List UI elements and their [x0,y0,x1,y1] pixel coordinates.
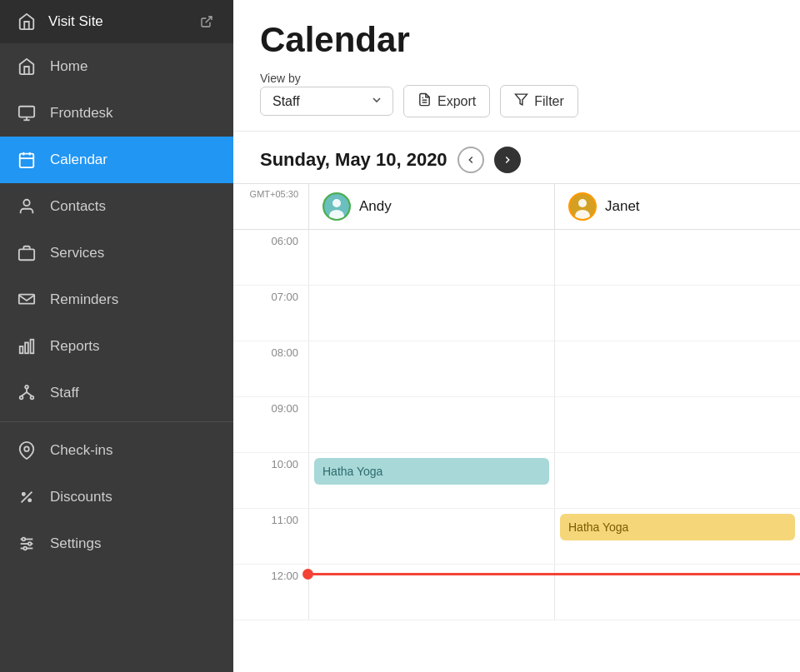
sidebar-item-reports[interactable]: Reports [0,323,233,370]
svg-point-29 [28,542,32,545]
briefcase-icon [17,243,37,263]
sidebar-item-checkins[interactable]: Check-ins [0,427,233,474]
sidebar-item-discounts[interactable]: Discounts [0,474,233,520]
event-hatha-yoga-janet[interactable]: Hatha Yoga [560,514,795,540]
avatar-janet [568,192,597,221]
grid-cell-andy-0700[interactable] [308,286,554,341]
grid-cell-janet-1000[interactable] [554,453,800,508]
sidebar-item-label: Check-ins [50,442,113,459]
grid-cell-andy-1100[interactable] [308,509,554,564]
timezone-label: GMT+05:30 [233,184,308,229]
staff-header: GMT+05:30 Andy [233,183,800,230]
sidebar-item-label: Reports [50,338,100,355]
svg-rect-10 [20,346,23,353]
sidebar-item-label: Services [50,245,104,261]
grid-cell-janet-0800[interactable] [554,341,800,396]
home-icon [17,57,37,77]
svg-point-13 [25,386,28,389]
calendar-icon [17,150,37,170]
staff-select-wrapper: Staff [260,87,393,116]
date-nav: Sunday, May 10, 2020 [233,132,800,183]
grid-cell-janet-0700[interactable] [554,286,800,341]
grid-cell-andy-1000[interactable]: Hatha Yoga [308,453,554,508]
time-row-0900: 09:00 [233,397,800,453]
sidebar-item-label: Frontdesk [50,105,113,122]
toolbar: View by [260,72,773,85]
sidebar-item-label: Settings [50,535,101,552]
sidebar-item-calendar[interactable]: Calendar [0,137,233,183]
sidebar-item-label: Staff [50,385,79,401]
svg-line-0 [206,17,212,22]
time-row-1000: 10:00 Hatha Yoga [233,453,800,509]
sidebar-item-label: Calendar [50,152,108,168]
time-label: 06:00 [233,230,308,285]
export-button[interactable]: Export [403,85,490,117]
calendar-area: Sunday, May 10, 2020 GMT+05:30 [233,132,800,672]
store-icon [17,12,37,32]
page-header: Calendar View by Staff [233,0,800,132]
svg-line-18 [27,392,32,396]
sidebar-item-label: Home [50,58,88,75]
sidebar-item-reminders[interactable]: Reminders [0,276,233,323]
main-content: Calendar View by Staff [233,0,800,672]
filter-button[interactable]: Filter [500,85,578,117]
sidebar-item-services[interactable]: Services [0,230,233,276]
location-icon [17,441,37,460]
current-time-dot [302,569,313,580]
page-title: Calendar [260,20,773,60]
time-row-1100: 11:00 Hatha Yoga [233,509,800,565]
export-label: Export [438,94,476,109]
sidebar-divider [0,421,233,422]
sidebar-item-staff[interactable]: Staff [0,370,233,416]
gmt-label: GMT+05:30 [233,184,308,199]
grid-cell-janet-0600[interactable] [554,230,800,285]
grid-cell-andy-0900[interactable] [308,397,554,452]
time-row-0800: 08:00 [233,341,800,397]
time-label: 09:00 [233,397,308,452]
time-label: 11:00 [233,509,308,564]
sidebar-item-home[interactable]: Home [0,43,233,90]
contacts-icon [17,197,37,217]
current-time-line [308,573,800,575]
staff-col-andy: Andy [308,184,554,229]
sidebar: Visit Site Home Frontde [0,0,233,672]
svg-point-15 [31,396,34,400]
sidebar-item-label: Reminders [50,291,118,308]
export-icon [418,92,432,110]
sidebar-item-frontdesk[interactable]: Frontdesk [0,90,233,137]
sidebar-item-label: Discounts [50,489,112,505]
grid-cell-andy-0800[interactable] [308,341,554,396]
svg-point-38 [578,199,587,207]
svg-point-30 [23,547,27,550]
svg-rect-12 [31,340,34,354]
grid-cell-andy-0600[interactable] [308,230,554,285]
sidebar-item-settings[interactable]: Settings [0,520,233,567]
svg-rect-9 [19,249,34,260]
toolbar-row: Staff Expor [260,85,773,117]
grid-cell-janet-1100[interactable]: Hatha Yoga [554,509,800,564]
svg-point-19 [24,446,29,451]
sidebar-item-contacts[interactable]: Contacts [0,183,233,230]
visit-site-button[interactable]: Visit Site [0,0,233,43]
svg-point-14 [20,396,23,400]
svg-rect-4 [20,154,34,168]
bar-chart-icon [17,336,37,356]
org-chart-icon [17,383,37,403]
staff-select[interactable]: Staff [260,87,393,116]
filter-label: Filter [534,94,564,109]
time-grid: 06:00 07:00 08:00 09:00 [233,230,800,672]
time-row-0700: 07:00 [233,286,800,341]
prev-date-button[interactable] [458,147,484,173]
next-date-button[interactable] [494,147,521,173]
svg-line-17 [22,392,27,396]
event-hatha-yoga-andy[interactable]: Hatha Yoga [314,458,549,485]
view-by-label: View by [260,72,301,85]
time-label: 07:00 [233,286,308,341]
discount-icon [17,487,37,507]
svg-point-35 [332,199,341,207]
staff-name-andy: Andy [359,198,392,215]
staff-col-janet: Janet [554,184,800,229]
avatar-andy [322,192,351,221]
grid-cell-janet-0900[interactable] [554,397,800,452]
external-link-icon [197,12,217,32]
